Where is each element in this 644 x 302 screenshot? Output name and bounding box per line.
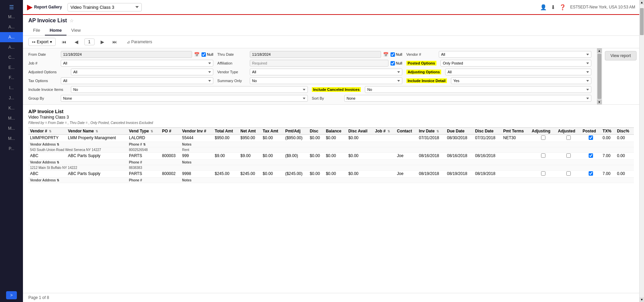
posted-check-3[interactable] bbox=[589, 171, 593, 176]
export-button[interactable]: ↦ Export ▾ bbox=[28, 38, 56, 46]
thru-date-null-check[interactable]: Null bbox=[391, 52, 402, 57]
parameters-button[interactable]: ⊿ Parameters bbox=[123, 38, 156, 46]
affiliation-null-check[interactable]: Null bbox=[391, 61, 402, 66]
right-scrollbar[interactable]: ▲ ▼ bbox=[639, 0, 644, 302]
col-disc-pct[interactable]: Disc% bbox=[615, 128, 634, 135]
tab-view[interactable]: View bbox=[66, 26, 85, 35]
col-disc-avail[interactable]: Disc Avail bbox=[347, 128, 373, 135]
affiliation-null-checkbox[interactable] bbox=[391, 61, 395, 66]
table-row: LMMPROPRTY LMM Property Managment LALORD… bbox=[28, 135, 634, 142]
sidebar-item-a1[interactable]: A... bbox=[0, 22, 23, 32]
nav-last-button[interactable]: ⏭ bbox=[110, 39, 119, 45]
col-tx-pct[interactable]: TX% bbox=[601, 128, 615, 135]
sidebar-item-k1[interactable]: K... bbox=[0, 103, 23, 113]
class-selector[interactable]: Video Training Class 3 bbox=[68, 3, 142, 11]
col-pmt-terms[interactable]: Pmt Terms bbox=[502, 128, 530, 135]
posted-options-select[interactable]: Only Posted All Only Unposted bbox=[440, 60, 591, 67]
download-icon[interactable]: ⬇ bbox=[551, 4, 555, 10]
col-adjusted[interactable]: Adjusted bbox=[556, 128, 581, 135]
sidebar-item-a3[interactable]: A... bbox=[0, 42, 23, 52]
menu-icon[interactable]: ☰ bbox=[9, 4, 14, 10]
summary-only-select[interactable]: No Yes bbox=[250, 77, 402, 84]
thru-date-input[interactable] bbox=[250, 51, 381, 58]
params-scroll-up[interactable]: ▲ bbox=[597, 48, 602, 53]
sidebar-item-e1[interactable]: E... bbox=[0, 62, 23, 73]
vendor-type-select[interactable]: All bbox=[250, 69, 402, 75]
posted-check-2[interactable] bbox=[589, 153, 593, 158]
adjusted-check-1[interactable] bbox=[566, 135, 571, 140]
adjusted-options-select[interactable]: All bbox=[71, 69, 213, 75]
from-date-null-checkbox[interactable] bbox=[202, 52, 206, 57]
from-date-null-check[interactable]: Null bbox=[202, 52, 213, 57]
sidebar-item-m1[interactable]: M... bbox=[0, 12, 23, 22]
adjusting-check-1[interactable] bbox=[541, 135, 545, 140]
tab-home[interactable]: Home bbox=[45, 26, 66, 35]
sidebar-item-m3[interactable]: M... bbox=[0, 123, 23, 133]
adjusting-options-select[interactable]: All bbox=[445, 69, 591, 75]
group-by-select[interactable]: None bbox=[61, 95, 308, 102]
col-vend-type[interactable]: Vend Type ⇅ bbox=[127, 128, 160, 135]
col-disc-date[interactable]: Disc Date bbox=[474, 128, 502, 135]
posted-check-1[interactable] bbox=[589, 135, 593, 140]
col-inv-date[interactable]: Inv Date ⇅ bbox=[417, 128, 445, 135]
col-tax-amt[interactable]: Tax Amt bbox=[261, 128, 284, 135]
adjusted-check-3[interactable] bbox=[566, 171, 571, 176]
from-date-calendar-icon[interactable]: 📅 bbox=[194, 52, 199, 57]
params-scroll-down[interactable]: ▼ bbox=[597, 100, 602, 104]
page-number-input[interactable] bbox=[84, 39, 95, 45]
view-report-button[interactable]: View report bbox=[605, 51, 637, 60]
sidebar-item-m2[interactable]: M... bbox=[0, 113, 23, 123]
params-scroll-thumb[interactable] bbox=[597, 54, 601, 99]
adjusting-check-2[interactable] bbox=[541, 153, 545, 158]
scroll-up-arrow[interactable]: ▲ bbox=[640, 0, 644, 5]
sidebar-item-i1[interactable]: I... bbox=[0, 83, 23, 93]
affiliation-input[interactable] bbox=[250, 60, 388, 67]
sidebar-item-p1[interactable]: P... bbox=[0, 144, 23, 154]
adjusting-check-3[interactable] bbox=[541, 171, 545, 176]
tax-options-select[interactable]: All bbox=[61, 77, 213, 84]
sidebar-item-M1[interactable]: ☰ bbox=[0, 3, 23, 12]
include-canceled-invoices-select[interactable]: No Yes bbox=[365, 86, 591, 93]
favorite-star-icon[interactable]: ☆ bbox=[70, 18, 74, 23]
sidebar-item-m4[interactable]: M... bbox=[0, 133, 23, 144]
col-adjusting[interactable]: Adjusting bbox=[530, 128, 556, 135]
col-vendor-num[interactable]: Vendor # ⇅ bbox=[28, 128, 66, 135]
tab-file[interactable]: File bbox=[28, 26, 45, 35]
scroll-down-arrow[interactable]: ▼ bbox=[640, 297, 644, 302]
scroll-thumb[interactable] bbox=[640, 8, 644, 35]
col-net-amt[interactable]: Net Amt bbox=[239, 128, 261, 135]
col-contact[interactable]: Contact bbox=[395, 128, 417, 135]
help-icon[interactable]: ❓ bbox=[559, 4, 566, 10]
include-invoice-items-select[interactable]: No Yes bbox=[71, 86, 308, 93]
nav-next-button[interactable]: ▶ bbox=[99, 39, 106, 45]
sidebar-item-c1[interactable]: C... bbox=[0, 52, 23, 62]
sort-by-select[interactable]: None bbox=[344, 95, 591, 102]
scroll-track[interactable] bbox=[640, 5, 644, 297]
col-disc[interactable]: Disc bbox=[308, 128, 324, 135]
adjusted-check-2[interactable] bbox=[566, 153, 571, 158]
col-po-num[interactable]: PO # bbox=[160, 128, 180, 135]
nav-first-button[interactable]: ⏮ bbox=[60, 39, 69, 45]
col-balance[interactable]: Balance bbox=[324, 128, 347, 135]
job-num-select[interactable]: All bbox=[61, 60, 213, 67]
col-posted[interactable]: Posted bbox=[581, 128, 601, 135]
include-invoice-detail-select[interactable]: Yes No bbox=[451, 77, 591, 84]
col-due-date[interactable]: Due Date bbox=[445, 128, 473, 135]
sidebar-expand-button[interactable]: > bbox=[6, 291, 17, 299]
affiliation-label: Affiliation bbox=[217, 61, 248, 65]
col-job-num[interactable]: Job # ⇅ bbox=[373, 128, 395, 135]
col-total-amt[interactable]: Total Amt bbox=[213, 128, 239, 135]
col-vendor-name[interactable]: Vendor Name ⇅ bbox=[66, 128, 127, 135]
vendor-num-select[interactable]: All bbox=[439, 51, 591, 58]
sidebar-item-f1[interactable]: F... bbox=[0, 73, 23, 83]
user-icon[interactable]: 👤 bbox=[540, 4, 547, 10]
nav-prev-button[interactable]: ◀ bbox=[73, 39, 80, 45]
params-scrollbar[interactable]: ▲ ▼ bbox=[597, 48, 602, 104]
col-vendor-inv[interactable]: Vendor Inv # bbox=[181, 128, 213, 135]
from-date-input[interactable] bbox=[61, 51, 192, 58]
sidebar-item-a2[interactable]: A... bbox=[0, 32, 23, 42]
col-pmt-adj[interactable]: Pmt/Adj bbox=[284, 128, 308, 135]
thru-date-null-checkbox[interactable] bbox=[391, 52, 395, 57]
sidebar-item-j1[interactable]: J... bbox=[0, 93, 23, 103]
thru-date-calendar-icon[interactable]: 📅 bbox=[383, 52, 388, 57]
